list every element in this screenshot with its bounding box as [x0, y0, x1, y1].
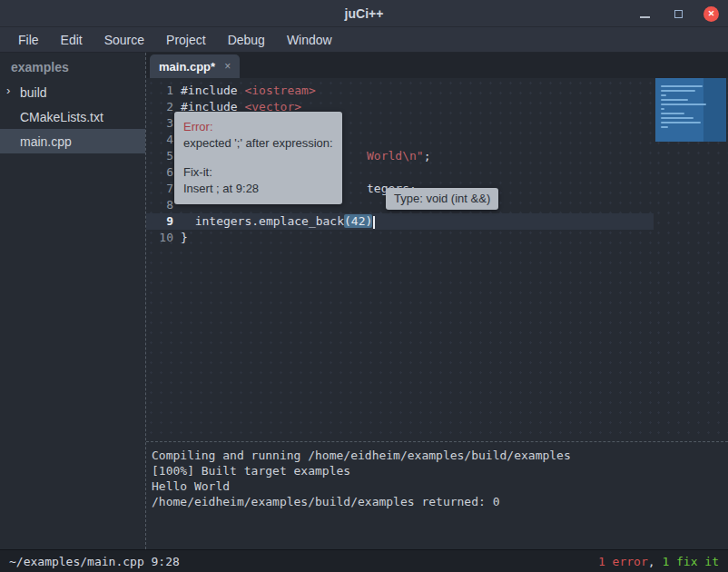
minimap-code-line — [661, 113, 684, 114]
status-location: ~/examples/main.cpp 9:28 — [9, 555, 180, 568]
close-icon: ✕ — [708, 10, 715, 18]
minimap-code-line — [661, 90, 695, 92]
titlebar[interactable]: juCi++ ✕ — [0, 0, 728, 27]
menu-item-debug[interactable]: Debug — [217, 29, 276, 51]
line-number: 8 — [152, 197, 173, 213]
minimap-code-line — [661, 99, 688, 101]
minimap[interactable] — [654, 78, 728, 441]
code-line-1[interactable]: 1#include <iostream> — [146, 83, 728, 99]
tooltip-fixit-title: Fix-it: — [183, 164, 333, 181]
terminal-line: Compiling and running /home/eidheim/exam… — [152, 448, 723, 463]
tooltip-error-message: expected ';' after expression: — [183, 135, 333, 152]
menu-item-source[interactable]: Source — [93, 29, 155, 51]
code-segment: World\n" — [367, 149, 424, 163]
window-controls: ✕ — [636, 0, 719, 27]
tab-label: main.cpp* — [159, 60, 215, 74]
code-segment: ; — [424, 149, 431, 163]
project-name: examples — [0, 53, 145, 80]
minimap-code-line — [661, 85, 703, 87]
window-title: juCi++ — [0, 6, 728, 21]
body-region: examples ›buildCMakeLists.txtmain.cpp ma… — [0, 53, 728, 549]
file-tree-panel: examples ›buildCMakeLists.txtmain.cpp — [0, 53, 145, 549]
terminal-line: [100%] Built target examples — [152, 463, 723, 478]
file-tree-item-build[interactable]: ›build — [0, 80, 145, 104]
code-segment: } — [181, 231, 188, 244]
minimap-code-line — [661, 126, 668, 128]
minimap-code-line — [661, 117, 694, 119]
line-number: 10 — [152, 230, 173, 246]
code-line-10[interactable]: 10} — [146, 230, 728, 246]
code-segment: <iostream> — [244, 84, 315, 97]
minimap-code-line — [661, 94, 666, 96]
diagnostic-tooltip: Error: expected ';' after expression: Fi… — [174, 112, 342, 204]
line-number: 1 — [152, 83, 173, 99]
text-cursor — [373, 216, 375, 229]
menu-bar: FileEditSourceProjectDebugWindow — [0, 27, 728, 53]
restore-icon — [674, 10, 683, 18]
tab-main.cpp[interactable]: main.cpp*× — [150, 54, 240, 78]
tooltip-fixit-message: Insert ; at 9:28 — [183, 181, 333, 197]
file-tree: ›buildCMakeLists.txtmain.cpp — [0, 80, 145, 153]
chevron-right-icon[interactable]: › — [6, 84, 10, 97]
line-number: 2 — [152, 99, 173, 115]
minimap-code-line — [661, 104, 706, 105]
fixit-count: 1 fix it — [662, 555, 719, 568]
line-number: 5 — [152, 148, 173, 164]
minimize-icon — [640, 16, 650, 18]
code-line-text: } — [181, 230, 188, 246]
terminal-line: Hello World — [152, 478, 723, 494]
minimap-code-line — [661, 122, 701, 123]
line-number: 6 — [152, 164, 173, 181]
line-number: 7 — [152, 181, 173, 197]
menu-item-project[interactable]: Project — [155, 29, 217, 51]
juci-window: juCi++ ✕ FileEditSourceProjectDebugWindo… — [0, 0, 728, 572]
tab-bar: main.cpp*× — [146, 53, 728, 78]
tooltip-spacer — [183, 152, 333, 164]
error-count: 1 error — [598, 555, 648, 568]
minimap-viewport[interactable] — [655, 78, 726, 142]
status-bar: ~/examples/main.cpp 9:28 1 error, 1 fix … — [0, 549, 728, 572]
file-tree-item-cmakelists.txt[interactable]: CMakeLists.txt — [0, 104, 145, 129]
type-tooltip: Type: void (int &&) — [386, 188, 498, 210]
file-name: build — [20, 85, 47, 100]
minimize-button[interactable] — [636, 5, 653, 22]
close-button[interactable]: ✕ — [703, 6, 719, 22]
code-segment: integers.emplace_back — [181, 214, 344, 228]
file-name: CMakeLists.txt — [20, 110, 103, 124]
code-line-text: integers.emplace_back(42) — [181, 213, 375, 230]
file-name: main.cpp — [20, 134, 72, 149]
tooltip-error-title: Error: — [183, 119, 333, 135]
line-number: 3 — [152, 115, 173, 132]
line-number: 9 — [152, 213, 173, 230]
code-line-text: #include <iostream> — [181, 83, 316, 99]
menu-item-file[interactable]: File — [7, 29, 50, 51]
menu-item-edit[interactable]: Edit — [50, 29, 93, 51]
minimap-code-line — [661, 108, 664, 110]
output-terminal[interactable]: Compiling and running /home/eidheim/exam… — [146, 441, 728, 549]
terminal-line: /home/eidheim/examples/build/examples re… — [152, 494, 723, 509]
line-number: 4 — [152, 132, 173, 148]
menu-item-window[interactable]: Window — [276, 29, 343, 51]
code-line-9[interactable]: 9 integers.emplace_back(42) — [146, 213, 728, 230]
status-separator: , — [648, 555, 663, 568]
restore-button[interactable] — [670, 5, 686, 22]
status-diagnostics: 1 error, 1 fix it — [598, 555, 719, 568]
editor[interactable]: 1#include <iostream>2#include <vector>34… — [146, 78, 728, 441]
tab-close-icon[interactable]: × — [224, 60, 231, 73]
main-panel: main.cpp*× 1#include <iostream>2#include… — [145, 53, 728, 549]
file-tree-item-main.cpp[interactable]: main.cpp — [0, 129, 145, 153]
code-segment: (42) — [344, 214, 372, 228]
code-segment: #include — [181, 84, 244, 97]
